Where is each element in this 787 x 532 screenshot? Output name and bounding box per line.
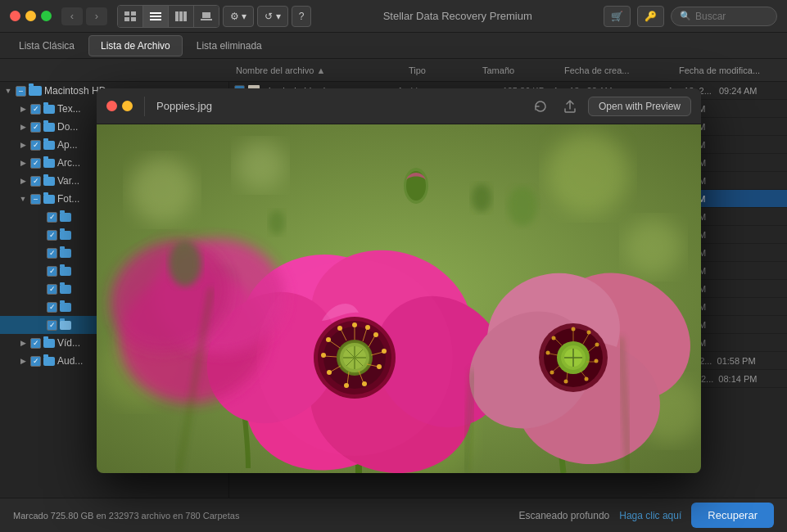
expand-arrow-do: ▶ (18, 122, 28, 132)
svg-rect-4 (150, 12, 161, 14)
col-header-size[interactable]: Tamaño (476, 65, 558, 75)
status-info: Marcado 725.80 GB en 232973 archivo en 7… (13, 511, 239, 521)
expand-arrow-arc: ▶ (18, 158, 28, 168)
svg-point-91 (564, 380, 568, 384)
view-column-button[interactable] (169, 6, 194, 27)
checkbox-arc[interactable]: ✓ (30, 158, 41, 169)
expand-arrow-fot: ▼ (18, 194, 28, 204)
svg-rect-6 (150, 19, 161, 20)
search-icon: 🔍 (680, 11, 691, 21)
checkbox-sub3[interactable]: ✓ (47, 248, 57, 259)
svg-rect-7 (175, 11, 179, 21)
folder-icon-tex (43, 105, 55, 114)
folder-icon-sub6 (60, 303, 71, 312)
maximize-traffic-light[interactable] (41, 11, 52, 21)
tab-archivo[interactable]: Lista de Archivo (88, 35, 183, 56)
folder-icon-sub3 (60, 249, 71, 258)
checkbox-sub6[interactable]: ✓ (47, 302, 57, 313)
svg-rect-1 (131, 11, 136, 16)
close-traffic-light[interactable] (10, 11, 20, 21)
svg-point-92 (550, 371, 554, 375)
checkbox-sub5[interactable]: ✓ (47, 284, 57, 295)
cart-button[interactable]: 🛒 (604, 6, 631, 27)
toolbar: ⚙ ▾ ↺ ▾ ? (117, 5, 311, 28)
nav-buttons: ‹ › (61, 7, 107, 25)
svg-point-87 (587, 331, 591, 335)
folder-icon-macintosh (29, 86, 42, 96)
svg-point-86 (572, 327, 576, 331)
tab-clasica[interactable]: Lista Clásica (7, 35, 87, 56)
svg-point-97 (472, 184, 491, 212)
checkbox-do[interactable]: ✓ (30, 122, 41, 133)
view-list-button[interactable] (143, 6, 169, 27)
search-input[interactable] (695, 11, 777, 22)
svg-rect-2 (124, 17, 129, 21)
preview-traffic-lights (106, 101, 133, 111)
preview-titlebar: Poppies.jpg Open with Preview (97, 88, 701, 124)
key-button[interactable]: 🔑 (637, 6, 664, 27)
svg-point-93 (546, 351, 550, 355)
search-box: 🔍 (671, 7, 777, 26)
col-header-created[interactable]: Fecha de crea... (558, 65, 672, 75)
svg-point-90 (585, 377, 589, 381)
expand-arrow-aud: ▶ (18, 356, 28, 366)
open-with-preview-button[interactable]: Open with Preview (588, 97, 691, 116)
preview-window: Poppies.jpg Open with Preview (97, 88, 701, 473)
svg-point-64 (169, 241, 201, 286)
checkbox-tex[interactable]: ✓ (30, 104, 41, 115)
status-text: Marcado 725.80 GB en 232973 archivo en 7… (13, 511, 509, 521)
folder-icon-var (43, 177, 55, 186)
view-grid-button[interactable] (118, 6, 143, 27)
folder-icon-aud (43, 357, 55, 366)
right-toolbar: 🛒 🔑 🔍 (604, 6, 777, 27)
checkbox-fot[interactable]: – (30, 194, 41, 205)
folder-icon-fot (43, 195, 55, 204)
history-button[interactable]: ↺ ▾ (257, 6, 287, 27)
col-header-filename[interactable]: Nombre del archivo ▲ (229, 65, 402, 75)
svg-point-22 (508, 187, 537, 226)
help-button[interactable]: ? (292, 6, 312, 27)
expand-arrow-tex: ▶ (18, 104, 28, 114)
svg-point-13 (129, 157, 195, 223)
preview-image-area (97, 124, 701, 473)
svg-rect-9 (183, 11, 187, 21)
sort-arrow-icon: ▲ (316, 65, 325, 75)
svg-point-15 (547, 133, 629, 214)
view-cover-button[interactable] (194, 6, 219, 27)
preview-share-button[interactable] (559, 95, 581, 118)
svg-point-14 (236, 141, 285, 190)
folder-icon-sub5 (60, 285, 71, 294)
folder-icon-sub2 (60, 231, 71, 240)
checkbox-var[interactable]: ✓ (30, 176, 41, 187)
back-button[interactable]: ‹ (61, 7, 83, 25)
folder-icon-sub4 (60, 267, 71, 276)
checkbox-ap[interactable]: ✓ (30, 140, 41, 151)
tab-eliminada[interactable]: Lista eliminada (184, 35, 274, 56)
col-header-type[interactable]: Tipo (402, 65, 476, 75)
folder-icon-do (43, 123, 55, 132)
checkbox-sub4[interactable]: ✓ (47, 266, 57, 277)
settings-button[interactable]: ⚙ ▾ (223, 6, 254, 27)
preview-minimize-button[interactable] (122, 101, 133, 111)
svg-point-98 (269, 210, 285, 235)
checkbox-aud[interactable]: ✓ (30, 356, 41, 367)
checkbox-sub1[interactable]: ✓ (47, 212, 57, 223)
checkbox-sub2[interactable]: ✓ (47, 230, 57, 241)
preview-rotate-button[interactable] (529, 95, 552, 118)
svg-rect-3 (131, 17, 136, 21)
preview-filename: Poppies.jpg (156, 100, 212, 112)
minimize-traffic-light[interactable] (25, 11, 36, 21)
recover-button[interactable]: Recuperar (691, 503, 774, 528)
col-header-modified[interactable]: Fecha de modifica... (672, 65, 787, 75)
tab-row: Lista Clásica Lista de Archivo Lista eli… (0, 33, 787, 59)
checkbox-vid[interactable]: ✓ (30, 338, 41, 349)
svg-point-94 (552, 336, 556, 340)
scan-link[interactable]: Haga clic aquí (619, 510, 681, 521)
svg-point-102 (256, 259, 453, 456)
checkbox-sub7[interactable]: ✓ (47, 320, 57, 331)
preview-close-button[interactable] (106, 101, 117, 111)
folder-icon-sub1 (60, 213, 71, 222)
forward-button[interactable]: › (86, 7, 107, 25)
folder-icon-vid (43, 339, 55, 348)
checkbox-macintosh[interactable]: – (16, 86, 26, 97)
